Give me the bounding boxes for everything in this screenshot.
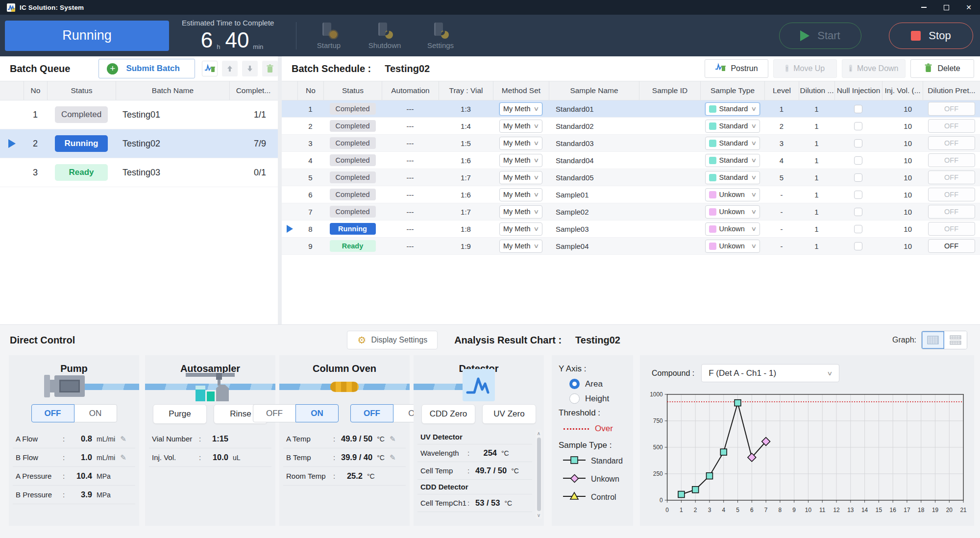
schedule-row[interactable]: 5Completed---1:7My Meth∨Standard05Standa… (282, 169, 980, 186)
method-set-select[interactable]: My Meth∨ (499, 171, 542, 184)
close-button[interactable]: ✕ (957, 0, 980, 15)
schedule-column-header: Level (764, 81, 799, 100)
method-set-select[interactable]: My Meth∨ (499, 154, 542, 167)
sample-type-select[interactable]: Standard∨ (705, 120, 760, 133)
null-injection-checkbox[interactable] (854, 173, 862, 182)
sample-type-select[interactable]: Standard∨ (705, 154, 760, 167)
on-toggle-option[interactable]: ON (74, 404, 117, 422)
queue-move-up-button[interactable] (222, 61, 238, 76)
edit-pencil-icon[interactable]: ✎ (390, 435, 396, 443)
off-toggle-option[interactable]: OFF (253, 404, 296, 422)
edit-pencil-icon[interactable]: ✎ (120, 453, 126, 462)
method-set-select[interactable]: My Meth∨ (499, 188, 542, 201)
dilution-pret-button[interactable]: OFF (928, 222, 975, 236)
dilution-pret-button[interactable]: OFF (928, 205, 975, 219)
schedule-cell-dilution: 1 (799, 225, 834, 233)
dilution-pret-button[interactable]: OFF (928, 119, 975, 133)
off-toggle-option[interactable]: OFF (350, 404, 393, 422)
null-injection-checkbox[interactable] (854, 191, 862, 199)
null-injection-checkbox[interactable] (854, 139, 862, 147)
queue-row[interactable]: 3ReadyTesting030/1 (0, 158, 278, 187)
method-set-select[interactable]: My Meth∨ (499, 102, 542, 116)
sample-type-select[interactable]: Standard∨ (705, 171, 760, 184)
sample-type-select[interactable]: Unkown∨ (705, 222, 760, 236)
startup-button[interactable]: Startup (311, 22, 346, 49)
dilution-pret-button[interactable]: OFF (928, 153, 975, 167)
null-injection-checkbox[interactable] (854, 122, 862, 130)
status-badge: Completed (330, 120, 376, 132)
schedule-row[interactable]: 6Completed---1:6My Meth∨Sample01Unkown∨-… (282, 186, 980, 203)
postrun-button[interactable]: Postrun (705, 59, 768, 78)
submit-batch-button[interactable]: + Submit Batch (98, 59, 195, 78)
schedule-row[interactable]: 7Completed---1:7My Meth∨Sample02Unkown∨-… (282, 203, 980, 220)
dilution-pret-button[interactable]: OFF (928, 136, 975, 150)
sample-type-select[interactable]: Standard∨ (705, 137, 760, 150)
field-label: A Pressure (16, 472, 63, 480)
dilution-pret-button[interactable]: OFF (928, 239, 975, 253)
shutdown-button[interactable]: Shutdown (367, 22, 402, 49)
schedule-row[interactable]: 4Completed---1:6My Meth∨Standard04Standa… (282, 152, 980, 169)
method-set-select[interactable]: My Meth∨ (499, 205, 542, 219)
start-button[interactable]: Start (779, 23, 861, 49)
schedule-cell-tray_vial: 1:6 (439, 156, 493, 165)
stop-button[interactable]: Stop (889, 23, 973, 49)
y-axis-radio-height[interactable]: Height (569, 393, 633, 404)
null-injection-checkbox[interactable] (854, 225, 862, 233)
field-label: Cell Temp (420, 466, 467, 475)
y-axis-radio-area[interactable]: Area (569, 379, 633, 389)
dilution-pret-button[interactable]: OFF (928, 102, 975, 116)
sample-type-select[interactable]: Unkown∨ (705, 188, 760, 201)
null-injection-checkbox[interactable] (854, 156, 862, 165)
field-unit: uL (233, 454, 241, 462)
method-set-select[interactable]: My Meth∨ (499, 137, 542, 150)
settings-button[interactable]: Settings (423, 22, 458, 49)
method-set-select[interactable]: My Meth∨ (499, 222, 542, 236)
purge-button[interactable]: Purge (153, 404, 207, 424)
detector-scrollbar[interactable]: ∧ ∨ (536, 430, 542, 519)
queue-postrun-button[interactable] (202, 61, 218, 76)
queue-delete-button[interactable] (262, 61, 278, 76)
settings-label: Settings (427, 41, 454, 49)
schedule-row[interactable]: 2Completed---1:4My Meth∨Standard02Standa… (282, 118, 980, 135)
queue-row[interactable]: 1CompletedTesting011/1 (0, 100, 278, 129)
off-toggle-option[interactable]: OFF (31, 404, 74, 422)
chevron-down-icon: ∨ (533, 105, 539, 112)
chevron-down-icon: ∨ (533, 225, 539, 232)
schedule-row[interactable]: 3Completed---1:5My Meth∨Standard03Standa… (282, 135, 980, 152)
minimize-button[interactable] (912, 0, 935, 15)
schedule-row[interactable]: 8Running---1:8My Meth∨Sample03Unkown∨-11… (282, 220, 980, 238)
analysis-chart-name: Testing02 (575, 335, 620, 346)
null-injection-checkbox[interactable] (854, 242, 862, 250)
sample-type-select[interactable]: Standard∨ (705, 102, 760, 116)
schedule-row[interactable]: 1Completed---1:3My Meth∨Standard01Standa… (282, 100, 980, 118)
compound-select[interactable]: F (Det A - Ch1 - 1) ∨ (701, 364, 839, 382)
queue-row[interactable]: 2RunningTesting027/9 (0, 129, 278, 158)
display-settings-button[interactable]: ⚙ Display Settings (347, 331, 438, 349)
field-value: 1.0 (71, 453, 92, 462)
uv-zero-button[interactable]: UV Zero (482, 404, 536, 424)
null-injection-checkbox[interactable] (854, 105, 862, 113)
system-status-button[interactable]: Running (5, 21, 169, 51)
delete-button[interactable]: Delete (910, 59, 974, 78)
dilution-pret-button[interactable]: OFF (928, 188, 975, 201)
sample-type-select[interactable]: Unkown∨ (705, 205, 760, 219)
svg-text:5: 5 (736, 507, 739, 514)
edit-pencil-icon[interactable]: ✎ (120, 435, 126, 443)
graph-split-view-button[interactable] (944, 331, 967, 349)
dilution-pret-button[interactable]: OFF (928, 171, 975, 184)
on-toggle-option[interactable]: ON (295, 404, 339, 422)
null-injection-checkbox[interactable] (854, 208, 862, 216)
method-set-select[interactable]: My Meth∨ (499, 120, 542, 133)
sample-type-select[interactable]: Unkown∨ (705, 240, 760, 253)
eta-minutes-unit: min (253, 43, 263, 50)
graph-single-view-button[interactable] (922, 331, 944, 349)
maximize-button[interactable] (935, 0, 957, 15)
schedule-cell-sample_name: Standard02 (549, 122, 639, 130)
schedule-cell-inj_vol: 10 (882, 139, 923, 147)
close-icon: ✕ (966, 4, 972, 11)
schedule-row[interactable]: 9Ready---1:9My Meth∨Sample04Unkown∨-110O… (282, 238, 980, 255)
queue-move-down-button[interactable] (242, 61, 258, 76)
edit-pencil-icon[interactable]: ✎ (390, 453, 396, 462)
method-set-select[interactable]: My Meth∨ (499, 240, 542, 253)
cdd-zero-button[interactable]: CDD Zero (421, 404, 475, 424)
